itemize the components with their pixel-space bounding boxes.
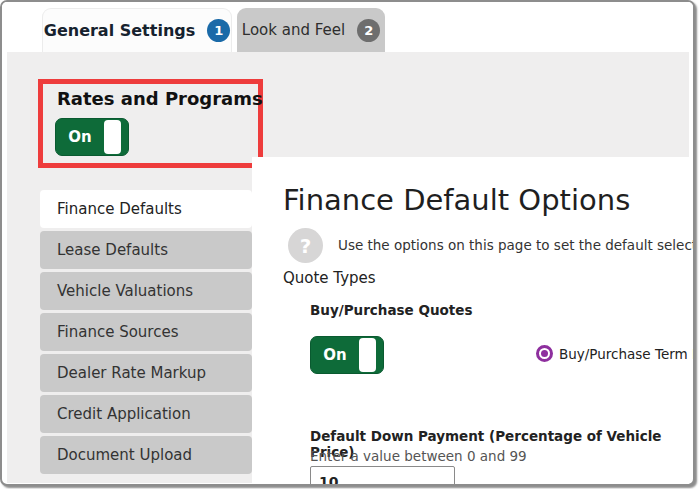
sidebar-item-label: Finance Sources <box>57 323 179 341</box>
sidebar-item-label: Vehicle Valuations <box>57 282 193 300</box>
quote-types-heading: Quote Types <box>283 269 376 287</box>
buy-purchase-quotes-label: Buy/Purchase Quotes <box>310 302 472 318</box>
toggle-on-label: On <box>56 128 104 146</box>
toggle-knob <box>104 120 121 154</box>
question-mark-glyph: ? <box>300 234 312 258</box>
settings-sidebar: Finance Defaults Lease Defaults Vehicle … <box>40 190 252 477</box>
tab-look-and-feel-badge: 2 <box>357 19 380 42</box>
sidebar-item-credit-application[interactable]: Credit Application <box>40 395 252 433</box>
help-icon[interactable]: ? <box>288 228 323 263</box>
radio-selected-dot <box>541 350 548 357</box>
rates-and-programs-toggle[interactable]: On <box>55 118 129 156</box>
sidebar-item-label: Finance Defaults <box>57 200 182 218</box>
rates-and-programs-title: Rates and Programs <box>57 88 263 109</box>
sidebar-item-dealer-rate-markup[interactable]: Dealer Rate Markup <box>40 354 252 392</box>
buy-purchase-quotes-toggle[interactable]: On <box>310 336 384 374</box>
tab-look-and-feel-label: Look and Feel <box>242 21 345 39</box>
sidebar-item-document-upload[interactable]: Document Upload <box>40 436 252 474</box>
toggle-knob <box>359 338 376 372</box>
screenshot-canvas: General Settings 1 Look and Feel 2 Rates… <box>0 0 699 489</box>
sidebar-item-label: Lease Defaults <box>57 241 168 259</box>
term-default-radio-row: Buy/Purchase Term Default <box>536 345 695 362</box>
page-title: Finance Default Options <box>283 183 630 217</box>
sidebar-item-label: Credit Application <box>57 405 191 423</box>
toggle-on-label: On <box>311 346 359 364</box>
top-tab-bar: General Settings 1 Look and Feel 2 <box>2 2 693 52</box>
sidebar-item-vehicle-valuations[interactable]: Vehicle Valuations <box>40 272 252 310</box>
tab-general-settings-badge: 1 <box>207 19 230 42</box>
term-default-radio[interactable] <box>536 345 553 362</box>
main-content: Finance Default Options ? Use the option… <box>252 157 689 486</box>
tab-look-and-feel[interactable]: Look and Feel 2 <box>237 8 385 52</box>
down-payment-hint: Enter a value between 0 and 99 <box>310 448 527 464</box>
settings-panel: Rates and Programs On Finance Defaults L… <box>7 52 689 483</box>
down-payment-input[interactable] <box>310 466 455 486</box>
sidebar-item-label: Document Upload <box>57 446 192 464</box>
term-default-radio-label: Buy/Purchase Term Default <box>559 346 695 362</box>
sidebar-item-finance-defaults[interactable]: Finance Defaults <box>40 190 252 228</box>
app-window: General Settings 1 Look and Feel 2 Rates… <box>0 0 695 486</box>
sidebar-item-finance-sources[interactable]: Finance Sources <box>40 313 252 351</box>
sidebar-item-lease-defaults[interactable]: Lease Defaults <box>40 231 252 269</box>
tab-general-settings-label: General Settings <box>44 21 196 40</box>
page-intro-text: Use the options on this page to set the … <box>338 237 695 253</box>
tab-general-settings[interactable]: General Settings 1 <box>42 8 232 52</box>
sidebar-item-label: Dealer Rate Markup <box>57 364 206 382</box>
